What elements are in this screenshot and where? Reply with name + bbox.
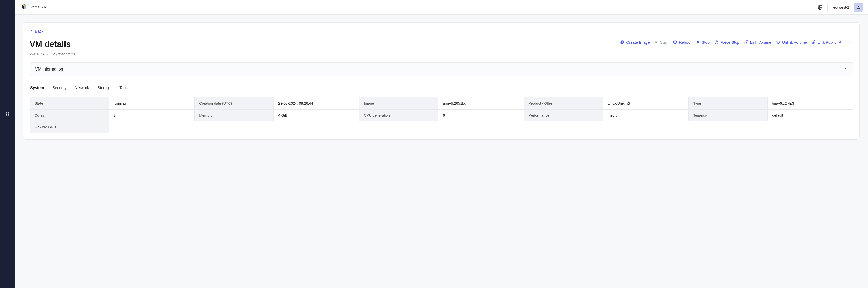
cores-value: 2 bbox=[109, 110, 194, 121]
create-image-button[interactable]: Create Image bbox=[620, 40, 650, 45]
image-value: ami-4b2651bc bbox=[438, 97, 524, 110]
details-table: State running Creation date (UTC) 29-08-… bbox=[30, 97, 853, 133]
start-button: Start bbox=[654, 40, 668, 45]
created-value: 29-08-2024, 08:26:44 bbox=[274, 97, 359, 110]
reboot-icon bbox=[673, 40, 677, 44]
svg-point-19 bbox=[849, 42, 850, 43]
flexgpu-value bbox=[109, 121, 853, 133]
link-icon bbox=[812, 40, 816, 44]
vm-subtitle: VM: i-2969673e (dbserver1) bbox=[23, 52, 860, 62]
perf-value: medium bbox=[603, 110, 688, 121]
back-label: Back bbox=[35, 29, 43, 33]
back-link[interactable]: Back bbox=[23, 29, 860, 39]
plus-circle-icon bbox=[620, 40, 624, 44]
memory-label: Memory bbox=[194, 110, 274, 121]
reboot-button[interactable]: Reboot bbox=[673, 40, 691, 45]
tab-security[interactable]: Security bbox=[52, 82, 67, 93]
brand: COCKPIT bbox=[20, 3, 52, 11]
dashboard-icon[interactable] bbox=[3, 109, 12, 118]
power-icon bbox=[714, 40, 718, 44]
state-label: State bbox=[30, 97, 109, 110]
svg-rect-2 bbox=[6, 114, 7, 116]
tab-tags[interactable]: Tags bbox=[119, 82, 128, 93]
cores-label: Cores bbox=[30, 110, 109, 121]
memory-value: 4 GiB bbox=[274, 110, 359, 121]
flexgpu-label: Flexible GPU bbox=[30, 121, 109, 133]
unlink-volume-button[interactable]: Unlink Volume bbox=[776, 40, 807, 45]
unlink-icon bbox=[776, 40, 780, 44]
svg-marker-15 bbox=[656, 41, 658, 43]
tab-system[interactable]: System bbox=[30, 82, 44, 93]
svg-point-18 bbox=[848, 42, 849, 43]
perf-label: Performance bbox=[524, 110, 603, 121]
cockpit-logo-icon bbox=[20, 3, 28, 11]
link-volume-button[interactable]: Link Volume bbox=[744, 40, 772, 45]
dots-icon bbox=[847, 40, 852, 44]
tabs: System Security Network Storage Tags bbox=[23, 82, 860, 93]
svg-point-23 bbox=[628, 103, 629, 105]
region-label[interactable]: eu-west-2 bbox=[831, 5, 850, 9]
svg-point-22 bbox=[629, 102, 629, 103]
stop-button[interactable]: Stop bbox=[696, 40, 710, 45]
tenancy-label: Tenancy bbox=[688, 110, 767, 121]
page-title: VM details bbox=[30, 39, 71, 49]
product-label: Product / Offer bbox=[524, 97, 603, 110]
svg-rect-16 bbox=[697, 41, 699, 43]
brand-text: COCKPIT bbox=[31, 5, 52, 9]
info-card-title: VM information bbox=[35, 67, 63, 71]
link-icon bbox=[744, 40, 748, 44]
sidebar bbox=[0, 0, 15, 288]
type-value: tinav6.c2r4p3 bbox=[767, 97, 853, 110]
globe-icon[interactable] bbox=[816, 4, 824, 11]
link-public-ip-button[interactable]: Link Public IP bbox=[812, 40, 841, 45]
type-label: Type bbox=[688, 97, 767, 110]
svg-point-11 bbox=[858, 6, 859, 7]
chevron-left-icon bbox=[30, 29, 33, 33]
created-label: Creation date (UTC) bbox=[194, 97, 274, 110]
linux-icon bbox=[627, 101, 631, 106]
play-icon bbox=[654, 40, 658, 44]
svg-point-20 bbox=[850, 42, 851, 43]
tab-network[interactable]: Network bbox=[74, 82, 90, 93]
avatar-button[interactable] bbox=[854, 3, 863, 12]
svg-point-21 bbox=[628, 102, 628, 103]
table-row: Flexible GPU bbox=[30, 121, 853, 133]
image-label: Image bbox=[359, 97, 438, 110]
cpugen-label: CPU generation bbox=[359, 110, 438, 121]
topbar: COCKPIT eu-west-2 bbox=[15, 0, 868, 15]
table-row: Cores 2 Memory 4 GiB CPU generation 6 Pe… bbox=[30, 110, 853, 121]
vm-information-card[interactable]: VM information bbox=[30, 62, 853, 76]
chevron-right-icon bbox=[843, 67, 848, 71]
main-card: Back VM details Create Image Start bbox=[23, 22, 860, 140]
force-stop-button[interactable]: Force Stop bbox=[714, 40, 739, 45]
tenancy-value: default bbox=[767, 110, 853, 121]
state-value: running bbox=[109, 97, 194, 110]
product-value: Linux/Unix bbox=[603, 97, 688, 110]
svg-rect-1 bbox=[8, 112, 9, 113]
table-row: State running Creation date (UTC) 29-08-… bbox=[30, 97, 853, 110]
svg-rect-3 bbox=[8, 114, 9, 116]
tab-storage[interactable]: Storage bbox=[97, 82, 112, 93]
actions-toolbar: Create Image Start Reboot Stop bbox=[620, 39, 853, 45]
stop-icon bbox=[696, 40, 700, 44]
svg-rect-0 bbox=[6, 112, 7, 113]
cpugen-value: 6 bbox=[438, 110, 524, 121]
more-actions-button[interactable] bbox=[846, 39, 853, 45]
